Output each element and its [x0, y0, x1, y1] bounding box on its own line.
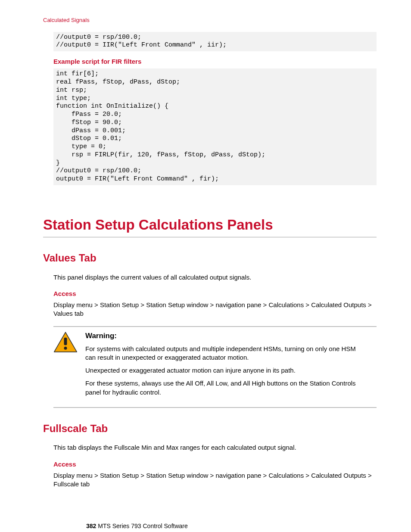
fullscale-access-heading: Access — [53, 460, 377, 469]
footer-title: MTS Series 793 Control Software — [96, 523, 187, 529]
svg-point-2 — [64, 346, 67, 349]
heading-values-tab: Values Tab — [43, 251, 377, 265]
warning-paragraph-2: Unexpected or exaggerated actuator motio… — [85, 366, 366, 375]
warning-title: Warning: — [85, 331, 377, 341]
running-header: Calculated Signals — [43, 16, 377, 24]
warning-paragraph-1: For systems with calculated outputs and … — [85, 345, 366, 362]
warning-box: Warning: For systems with calculated out… — [53, 326, 377, 408]
code-block-iir: //output0 = rsp/100.0; //output0 = IIR("… — [53, 32, 377, 52]
code-block-fir: int fir[6]; real fPass, fStop, dPass, dS… — [53, 68, 377, 185]
fullscale-access-path: Display menu > Station Setup > Station S… — [53, 471, 377, 489]
page-number: 382 — [86, 523, 96, 529]
heading-fullscale-tab: Fullscale Tab — [43, 422, 377, 436]
warning-paragraph-3: For these systems, always use the All Of… — [85, 379, 366, 397]
heading-station-setup-panels: Station Setup Calculations Panels — [43, 215, 377, 238]
values-access-path: Display menu > Station Setup > Station S… — [53, 301, 377, 318]
warning-icon — [53, 331, 78, 354]
page-footer: 382 MTS Series 793 Control Software — [86, 522, 188, 530]
values-access-heading: Access — [53, 289, 377, 298]
values-tab-description: This panel displays the current values o… — [53, 273, 377, 282]
fullscale-tab-description: This tab displays the Fullscale Min and … — [53, 443, 377, 452]
svg-rect-1 — [64, 337, 67, 345]
heading-fir-example: Example script for FIR filters — [53, 57, 377, 66]
